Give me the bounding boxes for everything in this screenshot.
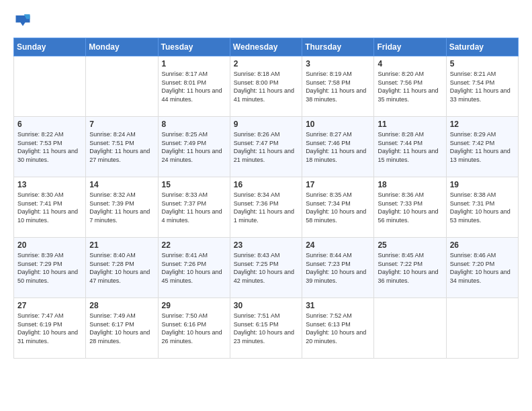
header-day: Monday	[86, 38, 158, 56]
calendar-cell: 2Sunrise: 8:18 AMSunset: 8:00 PMDaylight…	[230, 56, 302, 117]
day-info: Sunrise: 8:46 AMSunset: 7:20 PMDaylight:…	[450, 251, 515, 285]
day-number: 10	[306, 120, 370, 129]
day-number: 28	[89, 301, 154, 310]
calendar-cell: 11Sunrise: 8:28 AMSunset: 7:44 PMDayligh…	[374, 117, 446, 177]
day-number: 11	[378, 120, 442, 129]
day-number: 26	[450, 240, 515, 250]
calendar-week: 13Sunrise: 8:30 AMSunset: 7:41 PMDayligh…	[14, 177, 519, 238]
day-info: Sunrise: 8:41 AMSunset: 7:26 PMDaylight:…	[162, 251, 226, 285]
calendar-cell: 10Sunrise: 8:27 AMSunset: 7:46 PMDayligh…	[302, 117, 374, 177]
day-info: Sunrise: 8:22 AMSunset: 7:53 PMDaylight:…	[17, 130, 82, 164]
calendar-cell: 27Sunrise: 7:47 AMSunset: 6:19 PMDayligh…	[14, 298, 86, 359]
day-number: 13	[17, 180, 82, 189]
calendar-cell: 15Sunrise: 8:33 AMSunset: 7:37 PMDayligh…	[158, 177, 230, 238]
day-number: 3	[306, 59, 370, 68]
calendar-cell: 17Sunrise: 8:35 AMSunset: 7:34 PMDayligh…	[302, 177, 374, 238]
day-number: 4	[378, 59, 442, 68]
header-day: Thursday	[302, 38, 374, 56]
day-number: 15	[162, 180, 226, 189]
calendar-cell: 22Sunrise: 8:41 AMSunset: 7:26 PMDayligh…	[158, 238, 230, 298]
calendar-cell: 30Sunrise: 7:51 AMSunset: 6:15 PMDayligh…	[230, 298, 302, 359]
header-day: Friday	[374, 38, 446, 56]
day-number: 18	[378, 180, 442, 189]
calendar-cell: 23Sunrise: 8:43 AMSunset: 7:25 PMDayligh…	[230, 238, 302, 298]
day-info: Sunrise: 8:32 AMSunset: 7:39 PMDaylight:…	[89, 191, 154, 224]
calendar-week: 20Sunrise: 8:39 AMSunset: 7:29 PMDayligh…	[14, 238, 519, 298]
day-info: Sunrise: 8:25 AMSunset: 7:49 PMDaylight:…	[162, 130, 226, 164]
day-number: 29	[162, 301, 226, 310]
header-day: Wednesday	[230, 38, 302, 56]
header-day: Saturday	[446, 38, 518, 56]
day-info: Sunrise: 8:33 AMSunset: 7:37 PMDaylight:…	[162, 191, 226, 224]
logo	[13, 11, 35, 30]
header-day: Tuesday	[158, 38, 230, 56]
day-info: Sunrise: 8:29 AMSunset: 7:42 PMDaylight:…	[450, 130, 515, 164]
calendar-cell	[14, 56, 86, 117]
day-number: 24	[306, 240, 370, 250]
calendar-cell: 24Sunrise: 8:44 AMSunset: 7:23 PMDayligh…	[302, 238, 374, 298]
calendar-cell: 18Sunrise: 8:36 AMSunset: 7:33 PMDayligh…	[374, 177, 446, 238]
day-number: 1	[162, 59, 226, 68]
day-info: Sunrise: 8:39 AMSunset: 7:29 PMDaylight:…	[17, 251, 82, 285]
day-info: Sunrise: 7:52 AMSunset: 6:13 PMDaylight:…	[306, 312, 370, 345]
calendar-cell: 16Sunrise: 8:34 AMSunset: 7:36 PMDayligh…	[230, 177, 302, 238]
calendar-week: 1Sunrise: 8:17 AMSunset: 8:01 PMDaylight…	[14, 56, 519, 117]
calendar-cell: 6Sunrise: 8:22 AMSunset: 7:53 PMDaylight…	[14, 117, 86, 177]
day-info: Sunrise: 7:51 AMSunset: 6:15 PMDaylight:…	[234, 312, 298, 345]
calendar-cell: 5Sunrise: 8:21 AMSunset: 7:54 PMDaylight…	[446, 56, 518, 117]
calendar-cell: 26Sunrise: 8:46 AMSunset: 7:20 PMDayligh…	[446, 238, 518, 298]
day-number: 8	[162, 120, 226, 129]
calendar-cell	[86, 56, 158, 117]
day-info: Sunrise: 7:49 AMSunset: 6:17 PMDaylight:…	[89, 312, 154, 345]
day-info: Sunrise: 8:36 AMSunset: 7:33 PMDaylight:…	[378, 191, 442, 224]
calendar-cell	[446, 298, 518, 359]
calendar-cell: 1Sunrise: 8:17 AMSunset: 8:01 PMDaylight…	[158, 56, 230, 117]
calendar-cell: 3Sunrise: 8:19 AMSunset: 7:58 PMDaylight…	[302, 56, 374, 117]
day-info: Sunrise: 8:17 AMSunset: 8:01 PMDaylight:…	[162, 70, 226, 103]
calendar-body: 1Sunrise: 8:17 AMSunset: 8:01 PMDaylight…	[14, 56, 519, 359]
day-info: Sunrise: 8:34 AMSunset: 7:36 PMDaylight:…	[234, 191, 298, 224]
day-info: Sunrise: 8:43 AMSunset: 7:25 PMDaylight:…	[234, 251, 298, 285]
day-number: 16	[234, 180, 298, 189]
day-number: 30	[234, 301, 298, 310]
day-info: Sunrise: 8:38 AMSunset: 7:31 PMDaylight:…	[450, 191, 515, 224]
header-row: SundayMondayTuesdayWednesdayThursdayFrid…	[14, 38, 519, 56]
calendar-week: 27Sunrise: 7:47 AMSunset: 6:19 PMDayligh…	[14, 298, 519, 359]
calendar-header: SundayMondayTuesdayWednesdayThursdayFrid…	[14, 38, 519, 56]
day-number: 9	[234, 120, 298, 129]
calendar-cell: 8Sunrise: 8:25 AMSunset: 7:49 PMDaylight…	[158, 117, 230, 177]
day-info: Sunrise: 8:45 AMSunset: 7:22 PMDaylight:…	[378, 251, 442, 285]
day-number: 6	[17, 120, 82, 129]
calendar-cell	[374, 298, 446, 359]
calendar-cell: 28Sunrise: 7:49 AMSunset: 6:17 PMDayligh…	[86, 298, 158, 359]
calendar-cell: 4Sunrise: 8:20 AMSunset: 7:56 PMDaylight…	[374, 56, 446, 117]
day-number: 25	[378, 240, 442, 250]
day-info: Sunrise: 8:27 AMSunset: 7:46 PMDaylight:…	[306, 130, 370, 164]
day-number: 2	[234, 59, 298, 68]
day-info: Sunrise: 8:35 AMSunset: 7:34 PMDaylight:…	[306, 191, 370, 224]
calendar-cell: 13Sunrise: 8:30 AMSunset: 7:41 PMDayligh…	[14, 177, 86, 238]
logo-icon	[13, 11, 32, 30]
day-info: Sunrise: 8:24 AMSunset: 7:51 PMDaylight:…	[89, 130, 154, 164]
calendar-cell: 14Sunrise: 8:32 AMSunset: 7:39 PMDayligh…	[86, 177, 158, 238]
calendar-cell: 19Sunrise: 8:38 AMSunset: 7:31 PMDayligh…	[446, 177, 518, 238]
day-info: Sunrise: 8:26 AMSunset: 7:47 PMDaylight:…	[234, 130, 298, 164]
day-info: Sunrise: 8:44 AMSunset: 7:23 PMDaylight:…	[306, 251, 370, 285]
day-info: Sunrise: 8:21 AMSunset: 7:54 PMDaylight:…	[450, 70, 515, 103]
header	[13, 11, 519, 30]
day-number: 19	[450, 180, 515, 189]
page: SundayMondayTuesdayWednesdayThursdayFrid…	[0, 0, 532, 372]
calendar-week: 6Sunrise: 8:22 AMSunset: 7:53 PMDaylight…	[14, 117, 519, 177]
day-info: Sunrise: 8:19 AMSunset: 7:58 PMDaylight:…	[306, 70, 370, 103]
calendar-cell: 12Sunrise: 8:29 AMSunset: 7:42 PMDayligh…	[446, 117, 518, 177]
day-info: Sunrise: 8:18 AMSunset: 8:00 PMDaylight:…	[234, 70, 298, 103]
header-day: Sunday	[14, 38, 86, 56]
day-info: Sunrise: 7:47 AMSunset: 6:19 PMDaylight:…	[17, 312, 82, 345]
calendar-cell: 7Sunrise: 8:24 AMSunset: 7:51 PMDaylight…	[86, 117, 158, 177]
day-info: Sunrise: 8:28 AMSunset: 7:44 PMDaylight:…	[378, 130, 442, 164]
day-number: 31	[306, 301, 370, 310]
day-number: 14	[89, 180, 154, 189]
day-number: 7	[89, 120, 154, 129]
day-number: 17	[306, 180, 370, 189]
day-number: 5	[450, 59, 515, 68]
